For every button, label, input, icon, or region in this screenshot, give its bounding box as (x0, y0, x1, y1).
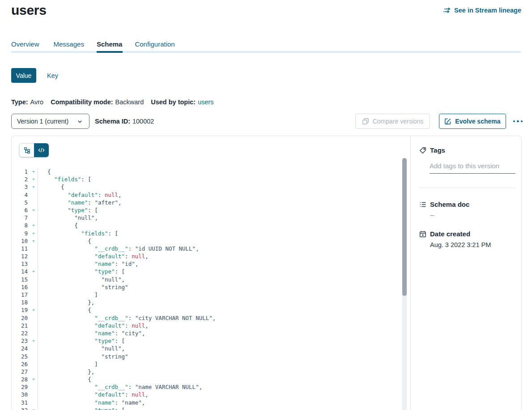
fold-spacer (28, 191, 38, 199)
code-line: 13 "name": "id", (12, 260, 410, 268)
date-created-section-header: Date created (419, 230, 521, 238)
line-number: 3 (12, 183, 28, 191)
code-line: 10 { (12, 237, 410, 245)
code-view-button[interactable] (34, 143, 49, 157)
tab-schema[interactable]: Schema (97, 40, 123, 48)
fold-spacer (28, 360, 38, 368)
date-created-value: Aug. 3 2022 3:21 PM (430, 241, 521, 248)
fold-spacer (28, 199, 38, 206)
fold-caret-icon[interactable] (28, 168, 38, 175)
tree-view-icon (24, 147, 30, 154)
line-number: 21 (12, 322, 28, 329)
fold-caret-icon[interactable] (28, 237, 38, 245)
more-options-button[interactable] (512, 119, 524, 124)
line-number: 1 (12, 168, 28, 175)
code-line: 6 "type": [ (12, 206, 410, 214)
line-number: 14 (12, 268, 28, 275)
code-line: 23 "type": [ (12, 337, 410, 345)
line-number: 31 (12, 399, 28, 406)
fold-caret-icon[interactable] (28, 306, 38, 314)
schema-sidebar: Tags Schema doc -- Date created Aug. 3 2… (411, 136, 521, 410)
code-line: 1{ (12, 168, 410, 175)
stream-lineage-link[interactable]: See in Stream lineage (443, 7, 521, 14)
list-icon (419, 201, 426, 208)
schema-doc-value: -- (430, 212, 521, 219)
code-line: 28 { (12, 376, 410, 383)
compare-icon (362, 118, 369, 125)
line-number: 8 (12, 222, 28, 229)
code-line: 24 "null", (12, 345, 410, 352)
schema-actions: Compare versions Evolve schema (355, 114, 523, 129)
code-view-icon (38, 147, 45, 154)
code-line: 15 "null", (12, 276, 410, 283)
fold-spacer (28, 345, 38, 352)
line-number: 22 (12, 329, 28, 337)
fold-spacer (28, 353, 38, 360)
line-number: 27 (12, 368, 28, 376)
calendar-plus-icon (419, 231, 426, 238)
line-number: 25 (12, 353, 28, 360)
meta-item: Type:Avro (11, 98, 43, 106)
compare-versions-button[interactable]: Compare versions (355, 114, 430, 129)
tab-underline-track (11, 51, 521, 53)
line-number: 17 (12, 291, 28, 299)
code-line: 17 ] (12, 291, 410, 299)
code-line: 8 { (12, 222, 410, 229)
sidebar-divider (419, 188, 516, 188)
fold-caret-icon[interactable] (28, 183, 38, 191)
fold-caret-icon[interactable] (28, 337, 38, 345)
fold-caret-icon[interactable] (28, 206, 38, 214)
schema-id: Schema ID:100002 (95, 118, 154, 125)
code-line: 12 "default": null, (12, 252, 410, 260)
version-select[interactable]: Version 1 (current) (11, 114, 89, 129)
fold-spacer (28, 329, 38, 337)
tab-configuration[interactable]: Configuration (135, 40, 174, 48)
line-number: 23 (12, 337, 28, 345)
line-number: 10 (12, 237, 28, 245)
page-title: users (11, 3, 47, 18)
tab-messages[interactable]: Messages (54, 40, 84, 48)
line-number: 13 (12, 260, 28, 268)
stream-lineage-icon (443, 7, 451, 14)
scrollbar-thumb[interactable] (402, 158, 407, 296)
value-tab-button[interactable]: Value (11, 68, 36, 83)
code-line: 3 { (12, 183, 410, 191)
code-line: 14 "type": [ (12, 268, 410, 275)
tags-input-underline (430, 173, 515, 174)
line-number: 19 (12, 306, 28, 314)
line-number: 4 (12, 191, 28, 199)
evolve-schema-button[interactable]: Evolve schema (439, 114, 506, 129)
meta-item: Used by topic:users (151, 98, 213, 106)
fold-caret-icon[interactable] (28, 406, 38, 410)
code-line: 16 "string" (12, 283, 410, 291)
schema-doc-section-header: Schema doc (419, 201, 521, 208)
add-tags-input[interactable] (430, 162, 517, 170)
line-number: 5 (12, 199, 28, 206)
edit-icon (444, 118, 451, 125)
fold-caret-icon[interactable] (28, 175, 38, 183)
key-tab-link[interactable]: Key (47, 72, 58, 79)
code-line: 30 "default": null, (12, 391, 410, 398)
fold-spacer (28, 245, 38, 252)
meta-item: Compatibility mode:Backward (51, 98, 144, 106)
tab-overview[interactable]: Overview (11, 40, 39, 48)
schema-page: users See in Stream lineage OverviewMess… (0, 0, 532, 410)
line-number: 18 (12, 299, 28, 306)
line-number: 30 (12, 391, 28, 398)
fold-spacer (28, 299, 38, 306)
tree-view-button[interactable] (19, 143, 34, 157)
fold-caret-icon[interactable] (28, 230, 38, 237)
line-number: 32 (12, 406, 28, 410)
code-line: 27 }, (12, 368, 410, 376)
fold-caret-icon[interactable] (28, 268, 38, 275)
fold-spacer (28, 368, 38, 376)
tag-icon (419, 147, 426, 154)
code-line: 25 "string" (12, 353, 410, 360)
fold-caret-icon[interactable] (28, 376, 38, 383)
fold-caret-icon[interactable] (28, 222, 38, 229)
schema-json-editor[interactable]: 1{2 "fields": [3 {4 "default": null,5 "n… (12, 168, 410, 410)
tags-section-header: Tags (419, 146, 521, 154)
fold-spacer (28, 276, 38, 283)
code-line: 5 "name": "after", (12, 199, 410, 206)
topic-link[interactable]: users (198, 98, 213, 106)
